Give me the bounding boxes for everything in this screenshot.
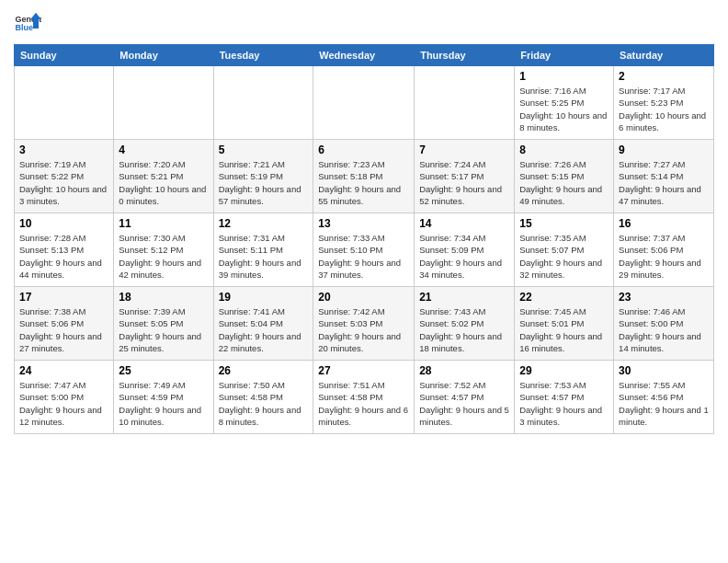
day-number: 19 (219, 291, 309, 304)
calendar-body: 1Sunrise: 7:16 AM Sunset: 5:25 PM Daylig… (15, 66, 714, 434)
day-number: 8 (519, 144, 609, 156)
calendar-cell: 11Sunrise: 7:30 AM Sunset: 5:12 PM Dayli… (114, 213, 213, 287)
day-number: 18 (119, 291, 208, 304)
calendar-cell: 7Sunrise: 7:24 AM Sunset: 5:17 PM Daylig… (415, 140, 515, 213)
day-info: Sunrise: 7:17 AM Sunset: 5:23 PM Dayligh… (619, 85, 709, 133)
day-info: Sunrise: 7:19 AM Sunset: 5:22 PM Dayligh… (19, 158, 108, 207)
day-number: 2 (619, 70, 709, 83)
day-info: Sunrise: 7:53 AM Sunset: 4:57 PM Dayligh… (519, 379, 609, 428)
day-info: Sunrise: 7:23 AM Sunset: 5:18 PM Dayligh… (318, 158, 409, 207)
day-info: Sunrise: 7:27 AM Sunset: 5:14 PM Dayligh… (619, 158, 709, 207)
day-number: 14 (419, 217, 509, 230)
calendar-cell: 24Sunrise: 7:47 AM Sunset: 5:00 PM Dayli… (15, 361, 114, 434)
day-number: 11 (119, 217, 208, 230)
day-info: Sunrise: 7:46 AM Sunset: 5:00 PM Dayligh… (619, 305, 709, 354)
day-number: 28 (419, 364, 509, 377)
day-number: 24 (19, 364, 108, 377)
calendar-cell: 27Sunrise: 7:51 AM Sunset: 4:58 PM Dayli… (313, 361, 415, 434)
day-info: Sunrise: 7:34 AM Sunset: 5:09 PM Dayligh… (419, 232, 509, 281)
day-info: Sunrise: 7:26 AM Sunset: 5:15 PM Dayligh… (519, 158, 609, 207)
calendar-cell: 3Sunrise: 7:19 AM Sunset: 5:22 PM Daylig… (15, 140, 114, 213)
day-info: Sunrise: 7:45 AM Sunset: 5:01 PM Dayligh… (519, 305, 609, 354)
calendar-cell (415, 66, 515, 140)
day-number: 13 (318, 217, 409, 230)
column-header-friday: Friday (515, 45, 614, 66)
day-info: Sunrise: 7:35 AM Sunset: 5:07 PM Dayligh… (519, 232, 609, 281)
calendar-cell: 1Sunrise: 7:16 AM Sunset: 5:25 PM Daylig… (515, 66, 614, 140)
column-header-sunday: Sunday (15, 45, 114, 66)
calendar-cell: 28Sunrise: 7:52 AM Sunset: 4:57 PM Dayli… (415, 361, 515, 434)
week-row-2: 3Sunrise: 7:19 AM Sunset: 5:22 PM Daylig… (15, 140, 714, 213)
calendar-cell: 20Sunrise: 7:42 AM Sunset: 5:03 PM Dayli… (313, 287, 415, 361)
calendar-cell: 26Sunrise: 7:50 AM Sunset: 4:58 PM Dayli… (213, 361, 313, 434)
calendar-cell: 15Sunrise: 7:35 AM Sunset: 5:07 PM Dayli… (515, 213, 614, 287)
calendar-cell: 25Sunrise: 7:49 AM Sunset: 4:59 PM Dayli… (114, 361, 213, 434)
day-number: 23 (619, 291, 709, 304)
calendar-cell: 5Sunrise: 7:21 AM Sunset: 5:19 PM Daylig… (213, 140, 313, 213)
svg-text:Blue: Blue (16, 23, 34, 32)
week-row-3: 10Sunrise: 7:28 AM Sunset: 5:13 PM Dayli… (15, 213, 714, 287)
page-header: General Blue (14, 9, 714, 37)
week-row-5: 24Sunrise: 7:47 AM Sunset: 5:00 PM Dayli… (15, 361, 714, 434)
day-info: Sunrise: 7:41 AM Sunset: 5:04 PM Dayligh… (219, 305, 309, 354)
calendar-cell: 4Sunrise: 7:20 AM Sunset: 5:21 PM Daylig… (114, 140, 213, 213)
calendar-cell (313, 66, 415, 140)
day-number: 4 (119, 144, 208, 156)
day-number: 12 (219, 217, 309, 230)
logo-icon: General Blue (14, 9, 41, 37)
day-number: 15 (519, 217, 609, 230)
calendar-cell (114, 66, 213, 140)
week-row-4: 17Sunrise: 7:38 AM Sunset: 5:06 PM Dayli… (15, 287, 714, 361)
calendar-cell: 12Sunrise: 7:31 AM Sunset: 5:11 PM Dayli… (213, 213, 313, 287)
calendar-cell: 23Sunrise: 7:46 AM Sunset: 5:00 PM Dayli… (614, 287, 714, 361)
day-info: Sunrise: 7:43 AM Sunset: 5:02 PM Dayligh… (419, 305, 509, 354)
day-info: Sunrise: 7:20 AM Sunset: 5:21 PM Dayligh… (119, 158, 208, 207)
calendar-cell: 8Sunrise: 7:26 AM Sunset: 5:15 PM Daylig… (515, 140, 614, 213)
calendar-cell: 2Sunrise: 7:17 AM Sunset: 5:23 PM Daylig… (614, 66, 714, 140)
day-number: 17 (19, 291, 108, 304)
day-info: Sunrise: 7:52 AM Sunset: 4:57 PM Dayligh… (419, 379, 509, 428)
day-number: 27 (318, 364, 409, 377)
calendar-cell: 30Sunrise: 7:55 AM Sunset: 4:56 PM Dayli… (614, 361, 714, 434)
calendar-cell: 18Sunrise: 7:39 AM Sunset: 5:05 PM Dayli… (114, 287, 213, 361)
week-row-1: 1Sunrise: 7:16 AM Sunset: 5:25 PM Daylig… (15, 66, 714, 140)
calendar-cell: 9Sunrise: 7:27 AM Sunset: 5:14 PM Daylig… (614, 140, 714, 213)
calendar-cell: 22Sunrise: 7:45 AM Sunset: 5:01 PM Dayli… (515, 287, 614, 361)
day-info: Sunrise: 7:24 AM Sunset: 5:17 PM Dayligh… (419, 158, 509, 207)
day-info: Sunrise: 7:30 AM Sunset: 5:12 PM Dayligh… (119, 232, 208, 281)
day-info: Sunrise: 7:21 AM Sunset: 5:19 PM Dayligh… (219, 158, 309, 207)
column-header-wednesday: Wednesday (313, 45, 415, 66)
column-header-tuesday: Tuesday (213, 45, 313, 66)
day-number: 10 (19, 217, 108, 230)
day-info: Sunrise: 7:49 AM Sunset: 4:59 PM Dayligh… (119, 379, 208, 428)
column-headers: SundayMondayTuesdayWednesdayThursdayFrid… (15, 45, 714, 66)
day-number: 21 (419, 291, 509, 304)
day-number: 29 (519, 364, 609, 377)
column-header-thursday: Thursday (415, 45, 515, 66)
calendar-table: SundayMondayTuesdayWednesdayThursdayFrid… (14, 44, 714, 434)
calendar-cell: 19Sunrise: 7:41 AM Sunset: 5:04 PM Dayli… (213, 287, 313, 361)
day-number: 25 (119, 364, 208, 377)
day-number: 16 (619, 217, 709, 230)
day-number: 9 (619, 144, 709, 156)
day-number: 22 (519, 291, 609, 304)
day-info: Sunrise: 7:47 AM Sunset: 5:00 PM Dayligh… (19, 379, 108, 428)
column-header-monday: Monday (114, 45, 213, 66)
day-info: Sunrise: 7:42 AM Sunset: 5:03 PM Dayligh… (318, 305, 409, 354)
calendar-cell: 6Sunrise: 7:23 AM Sunset: 5:18 PM Daylig… (313, 140, 415, 213)
day-info: Sunrise: 7:37 AM Sunset: 5:06 PM Dayligh… (619, 232, 709, 281)
day-number: 7 (419, 144, 509, 156)
day-info: Sunrise: 7:28 AM Sunset: 5:13 PM Dayligh… (19, 232, 108, 281)
day-info: Sunrise: 7:33 AM Sunset: 5:10 PM Dayligh… (318, 232, 409, 281)
day-number: 1 (519, 70, 609, 83)
day-info: Sunrise: 7:50 AM Sunset: 4:58 PM Dayligh… (219, 379, 309, 428)
day-info: Sunrise: 7:31 AM Sunset: 5:11 PM Dayligh… (219, 232, 309, 281)
calendar-cell: 17Sunrise: 7:38 AM Sunset: 5:06 PM Dayli… (15, 287, 114, 361)
logo: General Blue (14, 9, 41, 37)
day-info: Sunrise: 7:55 AM Sunset: 4:56 PM Dayligh… (619, 379, 709, 428)
day-number: 20 (318, 291, 409, 304)
calendar-cell: 14Sunrise: 7:34 AM Sunset: 5:09 PM Dayli… (415, 213, 515, 287)
day-info: Sunrise: 7:39 AM Sunset: 5:05 PM Dayligh… (119, 305, 208, 354)
calendar-cell: 16Sunrise: 7:37 AM Sunset: 5:06 PM Dayli… (614, 213, 714, 287)
calendar-cell: 21Sunrise: 7:43 AM Sunset: 5:02 PM Dayli… (415, 287, 515, 361)
